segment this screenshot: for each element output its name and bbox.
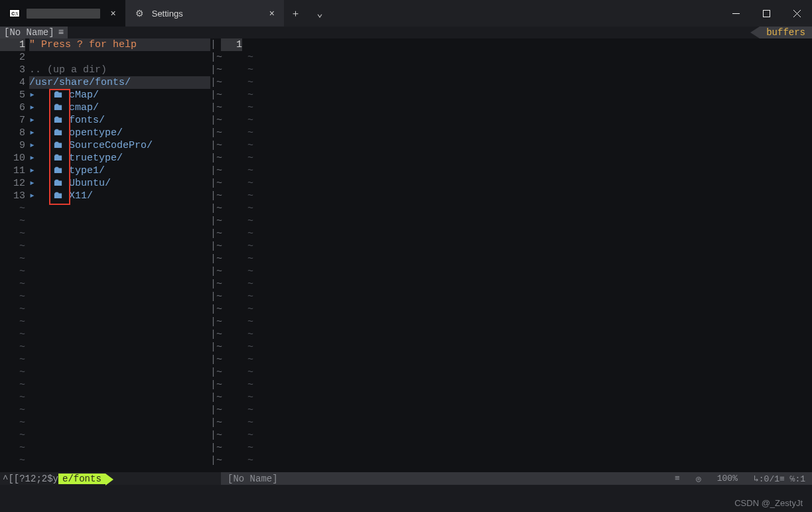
tilde: ~ xyxy=(0,328,25,341)
split-separator: | |~|~|~|~|~|~|~|~|~|~|~|~|~|~|~|~|~|~|~… xyxy=(210,38,221,472)
line-number: 8 xyxy=(0,127,25,139)
tab-dropdown-button[interactable]: ⌄ xyxy=(308,0,332,27)
tree-item[interactable]: ▸ 🖿 X11/ xyxy=(29,190,210,202)
line-number: 12 xyxy=(0,177,25,190)
buffers-indicator[interactable]: buffers xyxy=(760,27,812,38)
tilde: ~ xyxy=(0,227,25,240)
hamburger-icon: ≡ xyxy=(58,27,64,38)
tree-item[interactable]: ▸ 🖿 SourceCodePro/ xyxy=(29,139,210,152)
window-titlebar: C:\ ████████████ × ⚙ Settings × ＋ ⌄ xyxy=(0,0,812,27)
svg-rect-1 xyxy=(763,10,770,17)
tilde: ~ xyxy=(0,290,25,303)
nerdtree-pane[interactable]: 1 2 3 4 5 6 7 8 9 10 11 12 13 ~ ~ ~ ~ ~ … xyxy=(0,38,210,472)
status-right: [No Name] ≡ ◎ 100% ↳:0/1≡ ℅:1 xyxy=(221,472,812,485)
tilde: ~ xyxy=(0,265,25,278)
status-left: ^[[?12;2$y e/fonts xyxy=(0,472,210,485)
tilde: ~ xyxy=(0,253,25,265)
status-filename: [No Name] xyxy=(221,474,675,484)
line-number: 4 xyxy=(0,76,25,89)
position-info: ↳:0/1≡ ℅:1 xyxy=(754,474,805,484)
close-icon[interactable]: × xyxy=(111,8,116,19)
close-window-button[interactable] xyxy=(781,0,812,27)
plus-icon: ＋ xyxy=(291,7,301,20)
list-icon: ≡ xyxy=(675,474,680,483)
tab-terminal[interactable]: C:\ ████████████ × xyxy=(0,0,125,27)
status-bar: ^[[?12;2$y e/fonts [No Name] ≡ ◎ 100% ↳:… xyxy=(0,472,812,485)
tilde: ~ xyxy=(0,404,25,416)
blank-line xyxy=(29,51,210,64)
tilde: ~ xyxy=(0,416,25,429)
tilde: ~ xyxy=(0,442,25,454)
line-number: 5 xyxy=(0,89,25,101)
status-path: e/fonts xyxy=(58,474,105,484)
tree-item[interactable]: ▸ 🖿 type1/ xyxy=(29,164,210,177)
tree-item[interactable]: ▸ 🖿 cmap/ xyxy=(29,101,210,114)
buffer-pane[interactable]: 1 ~~~~~~~~~~~~~~~~~~~~~~~~~~~~~~~~~ xyxy=(221,38,812,472)
position-percent: 100% xyxy=(717,474,738,483)
tilde: ~ xyxy=(0,379,25,391)
line-number: 1 xyxy=(221,38,242,51)
tree-item[interactable]: ▸ 🖿 fonts/ xyxy=(29,114,210,127)
tilde: ~ xyxy=(0,202,25,215)
cmd-icon: C:\ xyxy=(9,8,20,19)
tree-item[interactable]: ▸ 🖿 opentype/ xyxy=(29,127,210,139)
editor-area: 1 2 3 4 5 6 7 8 9 10 11 12 13 ~ ~ ~ ~ ~ … xyxy=(0,38,812,472)
line-gutter: 1 2 3 4 5 6 7 8 9 10 11 12 13 ~ ~ ~ ~ ~ … xyxy=(0,38,29,472)
line-number: 3 xyxy=(0,64,25,76)
chevron-down-icon: ⌄ xyxy=(316,7,322,20)
tilde: ~ xyxy=(0,353,25,366)
buffer-tab-label: [No Name] xyxy=(4,27,54,38)
tilde: ~ xyxy=(0,240,25,253)
tree-item[interactable]: ▸ 🖿 truetype/ xyxy=(29,152,210,164)
line-number: 7 xyxy=(0,114,25,127)
current-path[interactable]: /usr/share/fonts/ xyxy=(29,76,210,89)
buffer-content: ~~~~~~~~~~~~~~~~~~~~~~~~~~~~~~~~~ xyxy=(247,38,812,472)
watermark: CSDN @_ZestyJt xyxy=(734,498,803,508)
tilde: ~ xyxy=(0,391,25,404)
tilde: ~ xyxy=(0,366,25,379)
tilde: ~ xyxy=(0,215,25,227)
tab-settings[interactable]: ⚙ Settings × xyxy=(125,0,284,27)
right-gutter: 1 xyxy=(221,38,247,472)
minimize-button[interactable] xyxy=(720,0,751,27)
close-icon[interactable]: × xyxy=(269,8,275,19)
buffer-tab-noname[interactable]: [No Name] ≡ xyxy=(0,27,68,38)
tree-item[interactable]: ▸ 🖿 cMap/ xyxy=(29,89,210,101)
tilde: ~ xyxy=(0,278,25,290)
target-icon: ◎ xyxy=(696,474,701,484)
help-line: " Press ? for help xyxy=(29,38,210,51)
line-number: 11 xyxy=(0,164,25,177)
line-number: 13 xyxy=(0,190,25,202)
gear-icon: ⚙ xyxy=(135,8,145,19)
buffers-label: buffers xyxy=(766,27,805,38)
tab-terminal-label: ████████████ xyxy=(27,9,100,19)
nerdtree-content: " Press ? for help .. (up a dir) /usr/sh… xyxy=(29,38,210,472)
line-number: 6 xyxy=(0,101,25,114)
tab-settings-label: Settings xyxy=(152,9,183,19)
buffer-strip: [No Name] ≡ buffers xyxy=(0,27,812,38)
tilde: ~ xyxy=(0,341,25,353)
escape-sequence: ^[[?12;2$y xyxy=(0,474,58,484)
line-number: 10 xyxy=(0,152,25,164)
tilde: ~ xyxy=(0,316,25,328)
tilde: ~ xyxy=(0,303,25,316)
tree-item[interactable]: ▸ 🖿 Ubuntu/ xyxy=(29,177,210,190)
tilde: ~ xyxy=(0,454,25,467)
line-number: 2 xyxy=(0,51,25,64)
line-number: 1 xyxy=(0,38,25,51)
up-dir[interactable]: .. (up a dir) xyxy=(29,64,210,76)
tilde: ~ xyxy=(0,429,25,442)
new-tab-button[interactable]: ＋ xyxy=(284,0,308,27)
line-number: 9 xyxy=(0,139,25,152)
maximize-button[interactable] xyxy=(751,0,781,27)
